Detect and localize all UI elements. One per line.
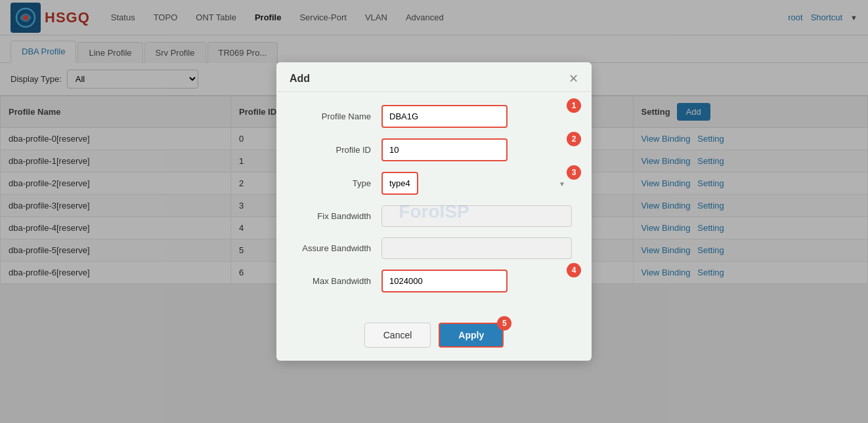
profile-name-input[interactable] (381, 105, 508, 128)
profile-name-label: Profile Name (296, 111, 381, 121)
max-bandwidth-input[interactable] (381, 270, 508, 284)
assure-bandwidth-label: Assure Bandwidth (296, 243, 381, 253)
modal-header: Add ✕ (276, 62, 592, 92)
step-badge-3: 3 (567, 165, 581, 180)
max-bandwidth-label: Max Bandwidth (296, 276, 381, 284)
modal-title: Add (290, 73, 310, 85)
profile-id-input[interactable] (381, 138, 508, 161)
form-row-profile-name: Profile Name 1 (296, 105, 572, 128)
fix-bandwidth-label: Fix Bandwidth (296, 211, 381, 221)
assure-bandwidth-input[interactable] (381, 237, 572, 259)
type-label: Type (296, 178, 381, 188)
step-badge-4: 4 (567, 263, 581, 277)
modal-overlay: Add ✕ Profile Name 1 Profile ID 2 (0, 0, 868, 284)
step-badge-2: 2 (567, 132, 581, 146)
fix-bandwidth-input[interactable] (381, 205, 572, 227)
form-row-type: Type type1 type2 type3 type4 type5 3 (296, 172, 572, 195)
modal-close-button[interactable]: ✕ (569, 73, 578, 85)
form-row-max-bandwidth: Max Bandwidth 4 (296, 270, 572, 284)
add-modal: Add ✕ Profile Name 1 Profile ID 2 (276, 62, 592, 284)
modal-body: Profile Name 1 Profile ID 2 Type (276, 92, 592, 284)
type-select[interactable]: type1 type2 type3 type4 type5 (381, 172, 418, 195)
profile-id-label: Profile ID (296, 145, 381, 155)
form-row-fix-bandwidth: Fix Bandwidth (296, 205, 572, 227)
form-row-assure-bandwidth: Assure Bandwidth (296, 237, 572, 259)
step-badge-1: 1 (567, 98, 581, 113)
form-row-profile-id: Profile ID 2 (296, 138, 572, 161)
